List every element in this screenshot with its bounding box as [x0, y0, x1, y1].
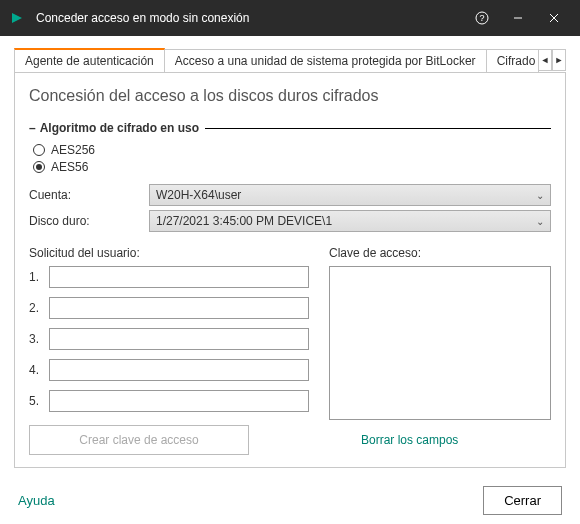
- request-input-2[interactable]: [49, 297, 309, 319]
- tab-data-encryption[interactable]: Cifrado de datos: [486, 49, 539, 72]
- req-num-2: 2.: [29, 301, 49, 315]
- create-key-button[interactable]: Crear clave de acceso: [29, 425, 249, 455]
- access-key-label: Clave de acceso:: [329, 246, 551, 260]
- minimize-button[interactable]: [500, 0, 536, 36]
- help-icon[interactable]: ?: [464, 0, 500, 36]
- algorithm-fieldset-label: – Algoritmo de cifrado en uso: [29, 121, 551, 135]
- tab-scroll-right[interactable]: ►: [552, 49, 566, 71]
- account-label: Cuenta:: [29, 188, 149, 202]
- tab-bar: Agente de autenticación Acceso a una uni…: [14, 48, 566, 73]
- main-panel: Concesión del acceso a los discos duros …: [14, 73, 566, 468]
- radio-aes256[interactable]: AES256: [33, 143, 551, 157]
- titlebar: Conceder acceso en modo sin conexión ?: [0, 0, 580, 36]
- radio-aes56-label: AES56: [51, 160, 88, 174]
- radio-aes256-label: AES256: [51, 143, 95, 157]
- account-select[interactable]: W20H-X64\user ⌄: [149, 184, 551, 206]
- req-num-3: 3.: [29, 332, 49, 346]
- req-num-5: 5.: [29, 394, 49, 408]
- disk-select[interactable]: 1/27/2021 3:45:00 PM DEVICE\1 ⌄: [149, 210, 551, 232]
- radio-aes56[interactable]: AES56: [33, 160, 551, 174]
- request-input-4[interactable]: [49, 359, 309, 381]
- tab-auth-agent[interactable]: Agente de autenticación: [14, 48, 165, 72]
- request-input-1[interactable]: [49, 266, 309, 288]
- chevron-down-icon: ⌄: [536, 216, 544, 227]
- footer: Ayuda Cerrar: [0, 478, 580, 524]
- radio-icon: [33, 161, 45, 173]
- footer-close-button[interactable]: Cerrar: [483, 486, 562, 515]
- req-num-4: 4.: [29, 363, 49, 377]
- tab-scroll-left[interactable]: ◄: [538, 49, 552, 71]
- app-icon: [10, 10, 26, 26]
- window-title: Conceder acceso en modo sin conexión: [36, 11, 464, 25]
- user-request-label: Solicitud del usuario:: [29, 246, 309, 260]
- close-button[interactable]: [536, 0, 572, 36]
- req-num-1: 1.: [29, 270, 49, 284]
- access-key-box[interactable]: [329, 266, 551, 420]
- algorithm-label-text: Algoritmo de cifrado en uso: [40, 121, 199, 135]
- account-value: W20H-X64\user: [156, 188, 241, 202]
- svg-text:?: ?: [479, 13, 484, 23]
- page-title: Concesión del acceso a los discos duros …: [29, 87, 551, 105]
- disk-label: Disco duro:: [29, 214, 149, 228]
- disk-value: 1/27/2021 3:45:00 PM DEVICE\1: [156, 214, 332, 228]
- help-link[interactable]: Ayuda: [18, 493, 55, 508]
- request-input-5[interactable]: [49, 390, 309, 412]
- clear-fields-button[interactable]: Borrar los campos: [347, 425, 472, 455]
- radio-icon: [33, 144, 45, 156]
- tab-bitlocker[interactable]: Acceso a una unidad de sistema protegida…: [164, 49, 487, 72]
- chevron-down-icon: ⌄: [536, 190, 544, 201]
- request-input-3[interactable]: [49, 328, 309, 350]
